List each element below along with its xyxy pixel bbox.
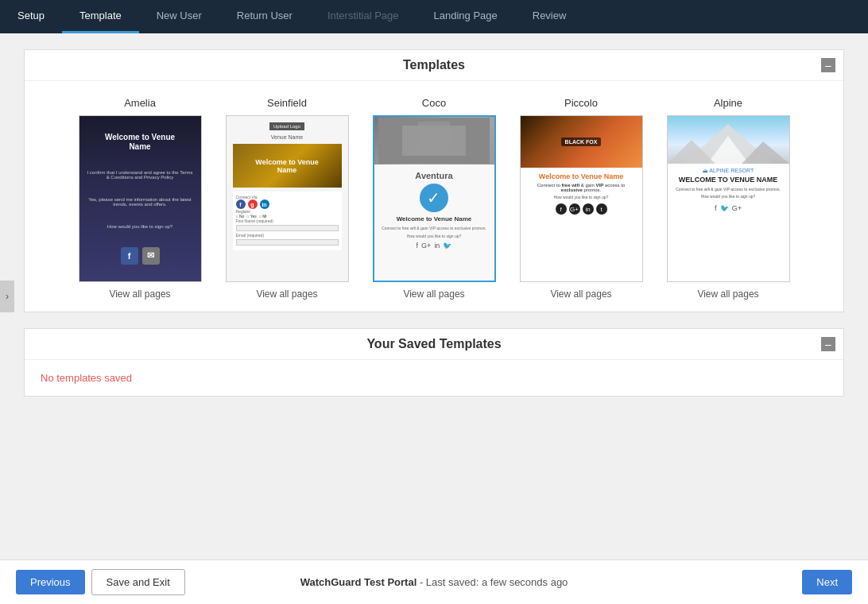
last-saved: - Last saved: a few seconds ago <box>420 576 568 588</box>
template-amelia-thumb[interactable]: Welcome to VenueName I confirm that I un… <box>79 115 202 282</box>
portal-name: WatchGuard Test Portal <box>300 576 417 588</box>
no-templates-message: No templates saved <box>25 360 843 396</box>
saved-templates-collapse-button[interactable]: – <box>821 337 835 351</box>
collapse-left-arrow[interactable]: › <box>0 281 14 312</box>
amelia-view-all[interactable]: View all pages <box>109 288 170 300</box>
nav-review[interactable]: Review <box>515 0 584 33</box>
piccolo-view-all[interactable]: View all pages <box>550 288 611 300</box>
saved-templates-section: Your Saved Templates – No templates save… <box>24 328 844 397</box>
template-coco-thumb[interactable]: Aventura ✓ Welcome to Venue Name Connect… <box>373 115 496 282</box>
save-exit-button[interactable]: Save and Exit <box>91 569 185 595</box>
template-piccolo-thumb[interactable]: BLACK FOX Welcome to Venue Name Connect … <box>520 115 643 282</box>
templates-section-title: Templates <box>403 58 465 72</box>
previous-button[interactable]: Previous <box>16 570 85 594</box>
main-content: › Templates – Amelia Welcome to VenueNam… <box>0 33 868 559</box>
templates-collapse-button[interactable]: – <box>821 58 835 72</box>
template-coco[interactable]: Coco Aventura ✓ <box>373 97 496 300</box>
amelia-title: Welcome to VenueName <box>105 133 175 152</box>
top-navigation: Setup Template New User Return User Inte… <box>0 0 868 33</box>
saved-templates-section-header: Your Saved Templates – <box>25 329 843 360</box>
nav-return-user[interactable]: Return User <box>219 0 310 33</box>
nav-setup[interactable]: Setup <box>0 0 62 33</box>
template-piccolo-name: Piccolo <box>564 97 598 109</box>
nav-landing-page[interactable]: Landing Page <box>417 0 515 33</box>
template-piccolo[interactable]: Piccolo BLACK FOX Welcome to Venue Name … <box>520 97 643 300</box>
saved-templates-title: Your Saved Templates <box>366 337 501 351</box>
template-seinfield-name: Seinfield <box>267 97 307 109</box>
template-alpine-thumb[interactable]: ⛰ ALPINE RESORT WELCOME TO VENUE NAME Co… <box>667 115 790 282</box>
footer: Previous Save and Exit WatchGuard Test P… <box>0 559 868 604</box>
template-coco-name: Coco <box>422 97 446 109</box>
templates-section-header: Templates – <box>25 50 843 81</box>
coco-view-all[interactable]: View all pages <box>403 288 464 300</box>
footer-status: WatchGuard Test Portal - Last saved: a f… <box>300 576 568 588</box>
template-amelia[interactable]: Amelia Welcome to VenueName I confirm th… <box>79 97 202 300</box>
template-seinfield-thumb[interactable]: Upload Logo Venue Name Welcome to VenueN… <box>226 115 349 282</box>
template-seinfield[interactable]: Seinfield Upload Logo Venue Name Welcome… <box>226 97 349 300</box>
alpine-view-all[interactable]: View all pages <box>697 288 758 300</box>
template-amelia-name: Amelia <box>124 97 156 109</box>
nav-interstitial-page: Interstitial Page <box>310 0 417 33</box>
templates-section: Templates – Amelia Welcome to VenueName … <box>24 49 844 312</box>
nav-template[interactable]: Template <box>62 0 139 33</box>
templates-grid: Amelia Welcome to VenueName I confirm th… <box>25 81 843 312</box>
template-alpine-name: Alpine <box>714 97 742 109</box>
nav-new-user[interactable]: New User <box>139 0 219 33</box>
svg-rect-2 <box>418 122 450 145</box>
template-alpine[interactable]: Alpine <box>667 97 790 300</box>
seinfield-view-all[interactable]: View all pages <box>256 288 317 300</box>
next-button[interactable]: Next <box>802 570 852 594</box>
